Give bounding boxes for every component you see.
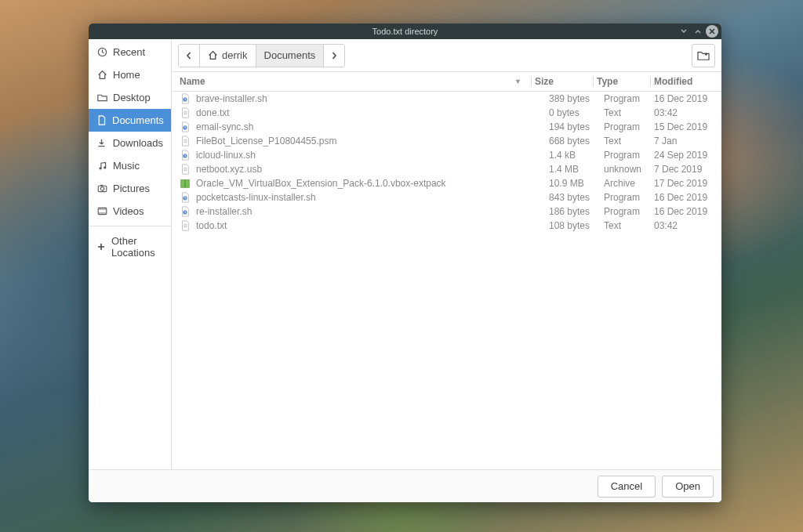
path-segment-home[interactable]: derrik — [200, 45, 256, 67]
file-row[interactable]: todo.txt108 bytesText03:42 — [172, 219, 721, 233]
file-size: 1.4 kB — [549, 150, 604, 161]
sidebar-item-label: Recent — [113, 46, 145, 58]
column-header-size[interactable]: Size — [535, 76, 590, 87]
file-type-icon — [180, 220, 191, 231]
button-label: Open — [675, 480, 700, 492]
path-back-button[interactable] — [179, 45, 200, 67]
music-icon — [96, 161, 107, 171]
file-type-icon — [180, 136, 191, 147]
svg-point-1 — [99, 167, 101, 169]
file-type: Program — [604, 150, 654, 161]
clock-icon — [96, 47, 107, 57]
close-icon[interactable] — [706, 25, 718, 38]
file-name: netboot.xyz.usb — [196, 164, 262, 175]
open-button[interactable]: Open — [662, 476, 714, 498]
file-type-icon — [180, 164, 191, 175]
file-list: brave-installer.sh389 bytesProgram16 Dec… — [172, 92, 721, 469]
sidebar-item-home[interactable]: Home — [89, 63, 171, 86]
file-name: todo.txt — [196, 220, 227, 231]
camera-icon — [96, 183, 107, 194]
file-row[interactable]: icloud-linux.sh1.4 kBProgram24 Sep 2019 — [172, 148, 721, 162]
file-type: Program — [604, 192, 654, 203]
file-modified: 15 Dec 2019 — [654, 121, 721, 132]
file-row[interactable]: brave-installer.sh389 bytesProgram16 Dec… — [172, 92, 721, 106]
file-size: 1.4 MB — [549, 164, 604, 175]
file-row[interactable]: pocketcasts-linux-installer.sh843 bytesP… — [172, 190, 721, 204]
file-size: 843 bytes — [549, 192, 604, 203]
window-title: Todo.txt directory — [372, 27, 438, 36]
sidebar-item-label: Desktop — [113, 92, 151, 103]
file-row[interactable]: netboot.xyz.usb1.4 MBunknown7 Dec 2019 — [172, 162, 721, 176]
dialog-footer: Cancel Open — [89, 469, 721, 502]
file-size: 0 bytes — [549, 107, 604, 118]
doc-icon — [96, 115, 107, 125]
file-size: 389 bytes — [549, 93, 604, 104]
file-chooser-dialog: Todo.txt directory RecentHomeDesktopDocu… — [89, 24, 721, 502]
sidebar-item-label: Music — [113, 160, 140, 172]
path-segment-label: derrik — [222, 49, 248, 61]
file-size: 194 bytes — [549, 121, 604, 132]
sidebar-item-label: Other Locations — [111, 235, 163, 259]
column-label: Name — [180, 76, 205, 87]
sidebar-item-label: Home — [113, 69, 140, 81]
new-folder-button[interactable] — [692, 44, 715, 67]
video-icon — [96, 206, 107, 216]
file-modified: 17 Dec 2019 — [654, 178, 721, 189]
file-size: 108 bytes — [549, 220, 604, 231]
column-headers: Name ▼ Size Type Modified — [172, 72, 721, 92]
plus-icon — [96, 242, 106, 252]
sidebar-item-label: Pictures — [113, 183, 150, 194]
sidebar-item-label: Downloads — [113, 137, 163, 149]
file-size: 668 bytes — [549, 136, 604, 147]
sidebar-item-documents[interactable]: Documents — [89, 109, 171, 132]
file-row[interactable]: re-installer.sh186 bytesProgram16 Dec 20… — [172, 204, 721, 219]
sidebar-item-videos[interactable]: Videos — [89, 200, 171, 223]
button-label: Cancel — [611, 480, 642, 492]
column-header-name[interactable]: Name ▼ — [172, 76, 528, 87]
cancel-button[interactable]: Cancel — [598, 476, 656, 498]
sidebar-item-downloads[interactable]: Downloads — [89, 132, 171, 154]
path-bar: derrik Documents — [178, 44, 345, 67]
file-name: brave-installer.sh — [196, 93, 267, 104]
file-size: 186 bytes — [549, 206, 604, 217]
file-row[interactable]: done.txt0 bytesText03:42 — [172, 106, 721, 120]
maximize-icon[interactable] — [692, 25, 704, 38]
file-type: Program — [604, 121, 654, 132]
sidebar-item-music[interactable]: Music — [89, 154, 171, 177]
file-name: email-sync.sh — [196, 121, 253, 132]
file-name: pocketcasts-linux-installer.sh — [196, 192, 316, 203]
file-modified: 7 Jan — [654, 136, 721, 147]
file-modified: 03:42 — [654, 107, 721, 118]
path-segment-label: Documents — [264, 49, 316, 61]
path-forward-button[interactable] — [324, 45, 344, 67]
file-type: Program — [604, 206, 654, 217]
file-type-icon — [180, 93, 191, 104]
sidebar-item-recent[interactable]: Recent — [89, 41, 171, 63]
file-type: unknown — [604, 164, 654, 175]
svg-rect-11 — [184, 180, 186, 188]
file-name: FileBot_License_P10804455.psm — [196, 136, 336, 147]
path-segment-current[interactable]: Documents — [256, 45, 325, 67]
sidebar-item-label: Videos — [113, 205, 144, 217]
svg-point-4 — [100, 187, 104, 190]
sidebar-item-label: Documents — [112, 114, 164, 126]
file-modified: 16 Dec 2019 — [654, 206, 721, 217]
file-row[interactable]: email-sync.sh194 bytesProgram15 Dec 2019 — [172, 120, 721, 134]
file-modified: 03:42 — [654, 220, 721, 231]
svg-rect-5 — [100, 185, 103, 186]
sidebar-item-pictures[interactable]: Pictures — [89, 177, 171, 200]
file-modified: 16 Dec 2019 — [654, 192, 721, 203]
sidebar-item-desktop[interactable]: Desktop — [89, 86, 171, 109]
file-type-icon — [180, 178, 191, 189]
file-type: Text — [604, 107, 654, 118]
sidebar-separator — [89, 226, 171, 226]
column-label: Size — [535, 76, 554, 87]
column-header-modified[interactable]: Modified — [654, 76, 721, 87]
sidebar-item-other-locations[interactable]: Other Locations — [89, 230, 171, 264]
file-row[interactable]: Oracle_VM_VirtualBox_Extension_Pack-6.1.… — [172, 176, 721, 190]
column-header-type[interactable]: Type — [597, 76, 647, 87]
column-label: Type — [597, 76, 618, 87]
home-icon — [96, 70, 107, 80]
file-row[interactable]: FileBot_License_P10804455.psm668 bytesTe… — [172, 134, 721, 148]
minimize-icon[interactable] — [678, 25, 690, 38]
